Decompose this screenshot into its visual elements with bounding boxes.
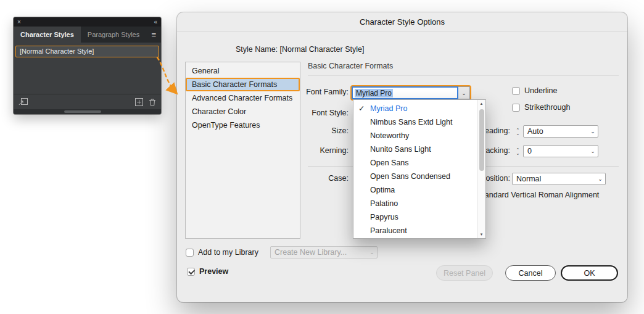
divider <box>308 75 619 76</box>
close-icon[interactable]: × <box>17 17 21 27</box>
checkmark-icon: ✓ <box>358 102 365 115</box>
add-to-library-row: Add to my Library <box>186 248 258 257</box>
strikethrough-label: Strikethrough <box>524 103 570 112</box>
font-menu-item[interactable]: Noteworthy <box>353 129 476 143</box>
horizontal-scrollbar[interactable] <box>14 109 161 114</box>
chevron-down-icon: ⌄ <box>588 128 598 134</box>
add-to-library-label: Add to my Library <box>198 248 258 257</box>
add-to-library-checkbox[interactable] <box>186 249 194 257</box>
font-menu-item[interactable]: Paralucent <box>353 224 476 238</box>
position-select[interactable]: Normal ⌄ <box>512 173 606 185</box>
scroll-up-icon[interactable]: ▲ <box>477 102 485 105</box>
style-list-item[interactable]: [Normal Character Style] <box>15 46 159 57</box>
leading-select[interactable]: Auto ⌄ <box>523 125 598 138</box>
dialog-title: Character Style Options <box>177 12 627 31</box>
panel-footer <box>14 94 161 109</box>
underline-label: Underline <box>524 86 558 95</box>
tab-paragraph-styles[interactable]: Paragraph Styles <box>81 27 146 43</box>
library-select[interactable]: Create New Library... ⌄ <box>270 246 378 258</box>
create-style-group-icon[interactable] <box>19 98 28 105</box>
panel-heading: Basic Character Formats <box>308 62 393 70</box>
underline-checkbox[interactable] <box>512 87 520 95</box>
tracking-value: 0 <box>524 147 588 155</box>
character-style-options-dialog: Character Style Options Style Name: [Nor… <box>177 12 627 302</box>
font-family-input[interactable]: Myriad Pro <box>352 86 458 99</box>
strikethrough-row: Strikethrough <box>512 103 570 112</box>
strikethrough-checkbox[interactable] <box>512 104 520 112</box>
font-menu-item[interactable]: Nunito Sans Light <box>353 143 476 156</box>
font-menu-item[interactable]: Open Sans Condensed <box>353 170 476 183</box>
styles-list: [Normal Character Style] <box>14 43 161 94</box>
tab-character-styles[interactable]: Character Styles <box>14 27 81 43</box>
chevron-down-icon: ⌄ <box>588 148 598 154</box>
scrollbar-thumb[interactable] <box>64 110 101 113</box>
font-family-dropdown-button[interactable]: ⌄ <box>458 86 470 99</box>
position-value: Normal <box>513 175 595 183</box>
font-menu-item[interactable]: Optima <box>353 183 476 197</box>
collapse-panel-icon[interactable]: « <box>154 17 157 27</box>
underline-row: Underline <box>512 86 558 95</box>
standard-vra-label: Standard Vertical Roman Alignment <box>477 191 599 199</box>
font-menu-item[interactable]: Papyrus <box>353 210 476 224</box>
panel-menu-icon[interactable]: ≡ <box>146 27 161 43</box>
leading-stepper[interactable]: ⌃ ⌄ <box>514 126 522 138</box>
library-select-value: Create New Library... <box>271 248 367 257</box>
case-label: Case: <box>275 174 349 183</box>
leading-value: Auto <box>524 127 588 136</box>
chevron-down-icon: ⌄ <box>367 249 377 255</box>
font-family-menu: ✓ Myriad Pro Nimbus Sans Extd Light Note… <box>353 99 486 239</box>
font-menu-item[interactable]: Open Sans <box>353 156 476 170</box>
preview-row: Preview <box>187 267 228 276</box>
kerning-label: Kerning: <box>275 146 349 155</box>
scroll-down-icon[interactable]: ▼ <box>477 233 485 236</box>
size-label: Size: <box>275 126 349 135</box>
font-menu-item[interactable]: Palatino <box>353 197 476 210</box>
chevron-down-icon: ⌄ <box>461 90 466 96</box>
chevron-down-icon: ⌄ <box>595 176 605 182</box>
tracking-select[interactable]: 0 ⌄ <box>523 145 598 157</box>
ok-button[interactable]: OK <box>561 265 618 281</box>
preview-checkbox[interactable] <box>187 268 195 276</box>
delete-style-icon[interactable] <box>149 98 156 106</box>
character-styles-panel: × « Character Styles Paragraph Styles ≡ … <box>14 17 161 114</box>
font-family-combo[interactable]: Myriad Pro ⌄ <box>352 86 470 99</box>
cancel-button[interactable]: Cancel <box>505 265 556 281</box>
scrollbar-thumb[interactable] <box>479 109 484 171</box>
font-menu-item[interactable]: ✓ Myriad Pro <box>353 102 476 115</box>
font-menu-item-label: Myriad Pro <box>370 104 407 113</box>
font-family-label: Font Family: <box>275 88 349 96</box>
tracking-stepper[interactable]: ⌃ ⌄ <box>514 146 522 157</box>
panel-tabs: Character Styles Paragraph Styles ≡ <box>14 27 161 43</box>
font-family-value: Myriad Pro <box>355 89 393 97</box>
stepper-down-icon: ⌄ <box>516 132 520 136</box>
font-menu-item[interactable]: Nimbus Sans Extd Light <box>353 115 476 129</box>
preview-label: Preview <box>199 267 228 276</box>
style-name-row: Style Name: [Normal Character Style] <box>236 45 364 54</box>
panel-titlebar: × « <box>14 17 161 27</box>
menu-scrollbar[interactable]: ▲ ▼ <box>477 100 485 238</box>
font-style-label: Font Style: <box>275 109 349 117</box>
style-name-value: [Normal Character Style] <box>280 45 365 54</box>
section-item-general[interactable]: General <box>186 64 300 78</box>
new-style-icon[interactable] <box>135 98 143 106</box>
stepper-down-icon: ⌄ <box>516 152 520 155</box>
style-name-label: Style Name: <box>236 45 278 54</box>
reset-panel-button[interactable]: Reset Panel <box>436 265 493 281</box>
